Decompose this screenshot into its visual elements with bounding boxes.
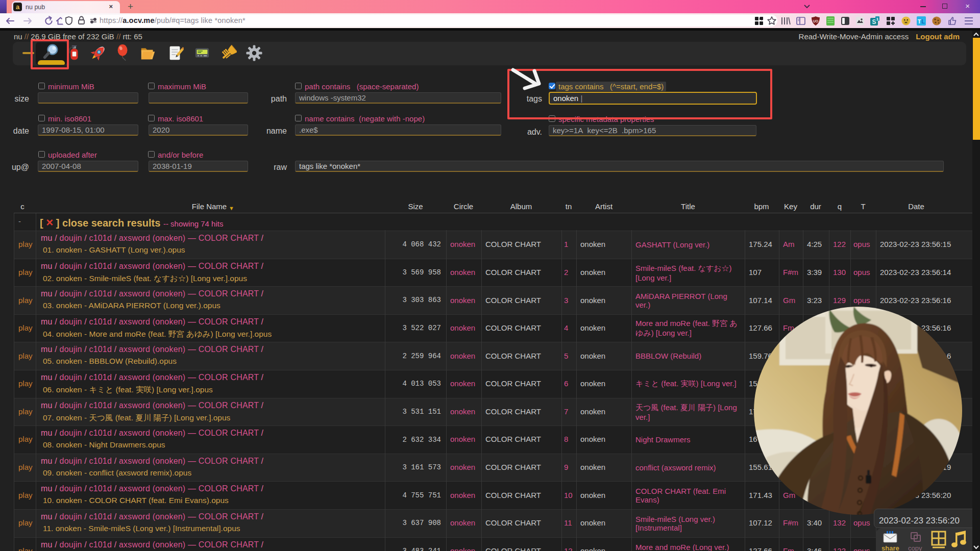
svg-text:UO: UO	[813, 19, 819, 23]
svg-text:T: T	[918, 18, 921, 24]
svg-text:1: 1	[876, 17, 879, 21]
svg-text:L: L	[921, 18, 925, 24]
